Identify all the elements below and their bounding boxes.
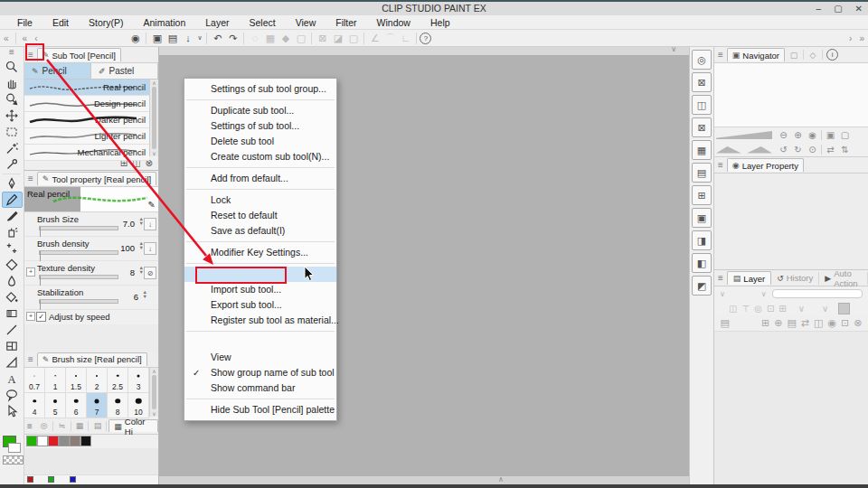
menu-item-reset-to-default[interactable]: Reset to default	[184, 208, 336, 223]
menu-layer[interactable]: Layer	[195, 17, 239, 28]
brush-size-3[interactable]: 3	[128, 368, 149, 393]
open-file-icon[interactable]: ▤	[165, 32, 180, 45]
navigator-tab[interactable]: ▣ Navigator	[727, 48, 785, 61]
color-wheel-tab-icon[interactable]: ◎	[37, 421, 51, 430]
minimize-button[interactable]: –	[816, 4, 822, 14]
combine-to-lower-layer-icon[interactable]: ◫	[812, 317, 826, 329]
scroll-down-icon[interactable]: ∨	[152, 150, 156, 156]
menu-item-show-group-name[interactable]: View	[184, 350, 336, 365]
item-bank-tab-icon[interactable]: ◇	[804, 51, 822, 60]
zoom-slider[interactable]	[716, 130, 772, 139]
mini-swatch-green[interactable]	[48, 476, 54, 483]
material-color-pattern-icon[interactable]: ⊠	[692, 72, 712, 92]
layer-view-mode-icon[interactable]: ▤	[718, 317, 731, 329]
tab-layer[interactable]: ▤ Layer	[727, 271, 771, 285]
quick-access-icon[interactable]: ◎	[692, 50, 712, 70]
blend-tool[interactable]	[2, 273, 23, 289]
new-raster-layer-icon[interactable]: ⊞	[759, 317, 771, 329]
menu-item-settings-of-sub-tool-group[interactable]: Settings of sub tool group...	[184, 81, 336, 97]
brush-size-6[interactable]: 6	[66, 393, 87, 418]
material-search-icon[interactable]: ◩	[692, 276, 712, 296]
menu-window[interactable]: Window	[367, 17, 420, 28]
ruler-tool[interactable]	[2, 354, 23, 371]
brush-density-value[interactable]: 100	[111, 243, 135, 253]
brush-size-2[interactable]: 2	[87, 368, 108, 393]
subtool-item-darker-pencil[interactable]: Darker pencil	[24, 112, 149, 128]
collapse-dock-icon[interactable]: «	[0, 33, 13, 43]
rotate-slider[interactable]	[716, 145, 772, 154]
gradient-tool[interactable]	[2, 305, 23, 322]
decoration-tool[interactable]	[2, 240, 23, 257]
color-swatch-green[interactable]	[26, 436, 37, 446]
zoom-in-icon[interactable]: ⊕	[791, 130, 805, 140]
subtool-item-design-pencil[interactable]: Design pencil	[24, 96, 149, 112]
color-palette-menu-icon[interactable]: ≡	[24, 421, 35, 431]
layer-opacity-slider[interactable]	[772, 289, 863, 298]
material-manga-material-icon[interactable]: ⊠	[692, 117, 712, 137]
zoom-tool[interactable]	[2, 59, 23, 75]
subtool-group-pencil[interactable]: ✎ Pencil	[24, 63, 91, 79]
zoom-out-icon[interactable]: ⊖	[777, 130, 790, 140]
sub-view-tab-icon[interactable]: ▢	[785, 51, 803, 60]
redo-icon[interactable]: ↷	[225, 32, 241, 45]
menu-item-lock[interactable]: Lock	[184, 192, 336, 208]
navigator-menu-icon[interactable]: ≡	[714, 50, 727, 60]
stabilization-value[interactable]: 6	[115, 292, 138, 302]
move-tool[interactable]	[2, 108, 23, 124]
brush-size-10[interactable]: 10	[128, 393, 149, 418]
save-icon[interactable]: ↓	[180, 32, 195, 45]
subtool-palette-menu-icon[interactable]: ≡	[24, 50, 37, 60]
tool-property-tab[interactable]: ✎ Tool property [Real pencil]	[37, 172, 156, 185]
no-texture-icon[interactable]: ⊘	[144, 267, 156, 279]
pencil-tool[interactable]	[2, 192, 23, 208]
blend-mode-dropdown-icon[interactable]: ∨	[720, 290, 725, 298]
color-slider-tab-icon[interactable]: ≒	[55, 421, 69, 430]
material-primitive-icon[interactable]: ⊞	[692, 185, 712, 205]
subtool-scrollbar[interactable]: ∧ ∨	[149, 80, 158, 156]
menu-item-view[interactable]	[184, 334, 336, 350]
pen-tool[interactable]	[2, 175, 23, 192]
expand-dock-icon[interactable]: »	[855, 33, 868, 43]
subtool-item-mechanical-pencil[interactable]: Mechanical pencil	[24, 145, 149, 161]
color-swatch-taupe[interactable]	[70, 436, 80, 446]
auto-select-tool[interactable]	[2, 140, 23, 156]
material-image-material-icon[interactable]: ▦	[692, 140, 712, 160]
scroll-up-icon[interactable]: ∧	[152, 80, 156, 86]
material-3d-icon[interactable]: ▤	[692, 163, 712, 183]
subtool-group-pastel[interactable]: ✐ Pastel	[91, 63, 158, 79]
information-tab-icon[interactable]: i	[826, 49, 838, 61]
brush-size-1.5[interactable]: 1.5	[66, 368, 87, 393]
brush-size-tab[interactable]: ✎ Brush size [Real pencil]	[37, 352, 147, 366]
help-icon[interactable]: ?	[420, 33, 431, 44]
subtool-item-real-pencil[interactable]: Real pencil	[24, 80, 149, 96]
maximize-button[interactable]: ▢	[834, 4, 842, 14]
register-preset-icon[interactable]: ↓	[144, 242, 156, 255]
layer-property-tab[interactable]: ◉ Layer Property	[727, 158, 804, 172]
menu-item-change-order[interactable]: Show command bar	[184, 380, 336, 396]
tab-list-dropdown-icon[interactable]: ∨	[671, 45, 676, 53]
hand-tool[interactable]	[2, 75, 23, 91]
menu-item-show-command-bar[interactable]: ✓Show group name of sub tool	[184, 365, 336, 380]
transfer-to-lower-layer-icon[interactable]: ⇄	[798, 317, 811, 329]
adjust-by-speed-checkbox[interactable]: ✓	[36, 312, 46, 322]
collapse-dock-icon[interactable]: ‹	[31, 33, 41, 43]
flip-vertical-icon[interactable]: ⇅	[838, 145, 852, 155]
scrollbar-thumb[interactable]	[152, 87, 156, 149]
scroll-up-icon[interactable]: ∧	[152, 368, 156, 374]
frame-border-tool[interactable]	[2, 338, 23, 354]
menu-help[interactable]: Help	[420, 17, 460, 28]
brush-tool[interactable]	[2, 208, 23, 224]
airbrush-tool[interactable]	[2, 224, 23, 240]
expand-icon[interactable]: +	[26, 312, 35, 321]
selection-tool[interactable]	[2, 124, 23, 140]
balloon-tool[interactable]	[2, 387, 23, 403]
brush-size-menu-icon[interactable]: ≡	[24, 354, 37, 364]
layer-panel-menu-icon[interactable]: ≡	[714, 273, 727, 283]
object-tool[interactable]	[2, 403, 23, 419]
new-layer-dialog-icon[interactable]: ⊕	[772, 317, 785, 329]
rotate-right-icon[interactable]: ↻	[791, 145, 805, 155]
fill-tool[interactable]	[2, 289, 23, 305]
menu-item-save-as-default[interactable]: Save as default(I)	[184, 223, 336, 239]
rotate-left-icon[interactable]: ↺	[777, 145, 790, 155]
tool-property-menu-icon[interactable]: ≡	[24, 174, 37, 183]
